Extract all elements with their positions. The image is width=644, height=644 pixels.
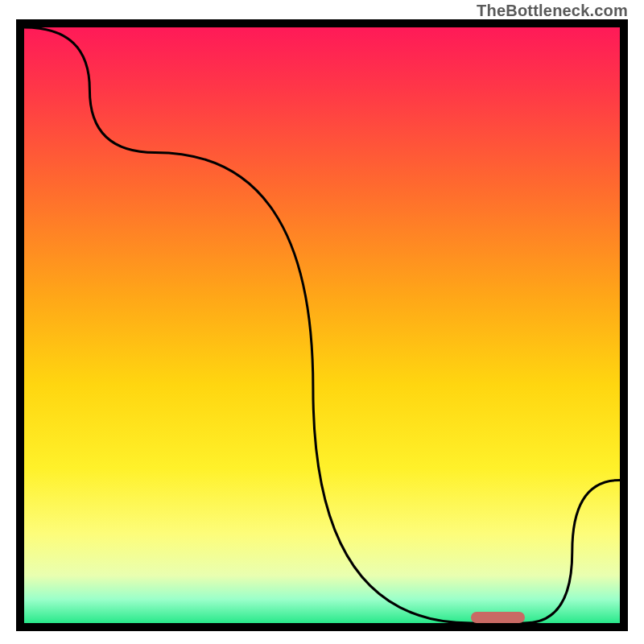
bottleneck-curve (24, 27, 620, 623)
optimal-range-marker (471, 612, 525, 623)
chart-container: TheBottleneck.com (0, 0, 644, 644)
chart-frame (16, 19, 628, 631)
plot-area (24, 27, 620, 623)
watermark-label: TheBottleneck.com (477, 2, 628, 20)
